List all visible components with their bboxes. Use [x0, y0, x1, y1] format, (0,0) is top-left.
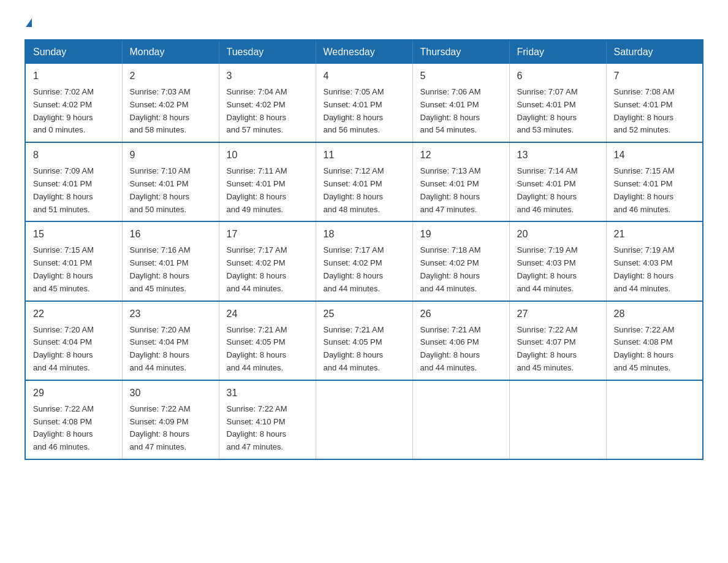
calendar-cell: 26 Sunrise: 7:21 AMSunset: 4:06 PMDaylig… [412, 301, 509, 380]
day-info: Sunrise: 7:05 AMSunset: 4:01 PMDaylight:… [324, 87, 384, 134]
day-info: Sunrise: 7:12 AMSunset: 4:01 PMDaylight:… [324, 166, 384, 213]
calendar-cell [412, 380, 509, 459]
day-number: 31 [227, 386, 308, 400]
column-header-friday: Friday [509, 40, 606, 64]
calendar-cell: 13 Sunrise: 7:14 AMSunset: 4:01 PMDaylig… [509, 142, 606, 221]
column-header-tuesday: Tuesday [219, 40, 316, 64]
column-header-thursday: Thursday [412, 40, 509, 64]
calendar-table: SundayMondayTuesdayWednesdayThursdayFrid… [25, 39, 703, 460]
day-info: Sunrise: 7:19 AMSunset: 4:03 PMDaylight:… [517, 245, 578, 293]
logo [25, 18, 32, 27]
day-info: Sunrise: 7:21 AMSunset: 4:05 PMDaylight:… [324, 325, 384, 372]
calendar-cell: 1 Sunrise: 7:02 AMSunset: 4:02 PMDayligh… [25, 64, 122, 142]
day-info: Sunrise: 7:10 AMSunset: 4:01 PMDaylight:… [130, 166, 191, 213]
calendar-cell: 11 Sunrise: 7:12 AMSunset: 4:01 PMDaylig… [316, 142, 412, 221]
calendar-cell: 2 Sunrise: 7:03 AMSunset: 4:02 PMDayligh… [122, 64, 219, 142]
calendar-cell: 16 Sunrise: 7:16 AMSunset: 4:01 PMDaylig… [122, 221, 219, 301]
day-info: Sunrise: 7:04 AMSunset: 4:02 PMDaylight:… [227, 87, 287, 134]
calendar-cell [606, 380, 703, 459]
day-number: 15 [33, 227, 115, 242]
day-info: Sunrise: 7:14 AMSunset: 4:01 PMDaylight:… [517, 166, 578, 213]
calendar-cell: 12 Sunrise: 7:13 AMSunset: 4:01 PMDaylig… [412, 142, 509, 221]
calendar-cell: 30 Sunrise: 7:22 AMSunset: 4:09 PMDaylig… [122, 380, 219, 459]
calendar-cell [509, 380, 606, 459]
calendar-cell: 22 Sunrise: 7:20 AMSunset: 4:04 PMDaylig… [25, 301, 122, 380]
day-number: 13 [517, 148, 599, 163]
day-info: Sunrise: 7:16 AMSunset: 4:01 PMDaylight:… [130, 245, 191, 293]
day-number: 23 [130, 307, 211, 321]
day-info: Sunrise: 7:22 AMSunset: 4:09 PMDaylight:… [130, 404, 191, 451]
calendar-cell: 29 Sunrise: 7:22 AMSunset: 4:08 PMDaylig… [25, 380, 122, 459]
day-number: 12 [420, 148, 502, 163]
column-header-sunday: Sunday [25, 40, 122, 64]
day-number: 5 [420, 69, 502, 83]
calendar-week-row: 15 Sunrise: 7:15 AMSunset: 4:01 PMDaylig… [25, 221, 703, 301]
day-number: 14 [614, 148, 696, 163]
calendar-cell: 24 Sunrise: 7:21 AMSunset: 4:05 PMDaylig… [219, 301, 316, 380]
calendar-cell: 25 Sunrise: 7:21 AMSunset: 4:05 PMDaylig… [316, 301, 412, 380]
day-info: Sunrise: 7:19 AMSunset: 4:03 PMDaylight:… [614, 245, 675, 293]
calendar-cell: 27 Sunrise: 7:22 AMSunset: 4:07 PMDaylig… [509, 301, 606, 380]
page-header [25, 18, 703, 27]
day-number: 30 [130, 386, 211, 400]
calendar-cell: 18 Sunrise: 7:17 AMSunset: 4:02 PMDaylig… [316, 221, 412, 301]
calendar-cell [316, 380, 412, 459]
day-number: 28 [614, 307, 696, 321]
calendar-cell: 23 Sunrise: 7:20 AMSunset: 4:04 PMDaylig… [122, 301, 219, 380]
day-number: 8 [33, 148, 115, 163]
day-info: Sunrise: 7:22 AMSunset: 4:07 PMDaylight:… [517, 325, 578, 372]
column-header-monday: Monday [122, 40, 219, 64]
calendar-week-row: 22 Sunrise: 7:20 AMSunset: 4:04 PMDaylig… [25, 301, 703, 380]
day-info: Sunrise: 7:15 AMSunset: 4:01 PMDaylight:… [614, 166, 675, 213]
day-info: Sunrise: 7:18 AMSunset: 4:02 PMDaylight:… [420, 245, 481, 293]
calendar-cell: 19 Sunrise: 7:18 AMSunset: 4:02 PMDaylig… [412, 221, 509, 301]
day-info: Sunrise: 7:17 AMSunset: 4:02 PMDaylight:… [227, 245, 287, 293]
calendar-cell: 6 Sunrise: 7:07 AMSunset: 4:01 PMDayligh… [509, 64, 606, 142]
logo-triangle-icon [26, 18, 32, 27]
day-number: 7 [614, 69, 696, 83]
day-number: 24 [227, 307, 308, 321]
day-number: 25 [324, 307, 405, 321]
day-number: 10 [227, 148, 308, 163]
day-info: Sunrise: 7:07 AMSunset: 4:01 PMDaylight:… [517, 87, 578, 134]
day-number: 29 [33, 386, 115, 400]
day-number: 11 [324, 148, 405, 163]
day-number: 1 [33, 69, 115, 83]
day-info: Sunrise: 7:21 AMSunset: 4:05 PMDaylight:… [227, 325, 287, 372]
day-info: Sunrise: 7:13 AMSunset: 4:01 PMDaylight:… [420, 166, 481, 213]
day-number: 6 [517, 69, 599, 83]
day-info: Sunrise: 7:03 AMSunset: 4:02 PMDaylight:… [130, 87, 191, 134]
day-number: 20 [517, 227, 599, 242]
calendar-cell: 4 Sunrise: 7:05 AMSunset: 4:01 PMDayligh… [316, 64, 412, 142]
calendar-header-row: SundayMondayTuesdayWednesdayThursdayFrid… [25, 40, 703, 64]
day-info: Sunrise: 7:09 AMSunset: 4:01 PMDaylight:… [33, 166, 94, 213]
calendar-cell: 7 Sunrise: 7:08 AMSunset: 4:01 PMDayligh… [606, 64, 703, 142]
day-info: Sunrise: 7:15 AMSunset: 4:01 PMDaylight:… [33, 245, 94, 293]
day-number: 4 [324, 69, 405, 83]
day-number: 3 [227, 69, 308, 83]
day-info: Sunrise: 7:08 AMSunset: 4:01 PMDaylight:… [614, 87, 675, 134]
column-header-wednesday: Wednesday [316, 40, 412, 64]
day-info: Sunrise: 7:02 AMSunset: 4:02 PMDaylight:… [33, 87, 94, 134]
day-number: 2 [130, 69, 211, 83]
calendar-week-row: 8 Sunrise: 7:09 AMSunset: 4:01 PMDayligh… [25, 142, 703, 221]
day-info: Sunrise: 7:11 AMSunset: 4:01 PMDaylight:… [227, 166, 287, 213]
calendar-week-row: 1 Sunrise: 7:02 AMSunset: 4:02 PMDayligh… [25, 64, 703, 142]
day-info: Sunrise: 7:22 AMSunset: 4:08 PMDaylight:… [614, 325, 675, 372]
day-number: 16 [130, 227, 211, 242]
calendar-cell: 10 Sunrise: 7:11 AMSunset: 4:01 PMDaylig… [219, 142, 316, 221]
day-info: Sunrise: 7:06 AMSunset: 4:01 PMDaylight:… [420, 87, 481, 134]
calendar-cell: 15 Sunrise: 7:15 AMSunset: 4:01 PMDaylig… [25, 221, 122, 301]
calendar-week-row: 29 Sunrise: 7:22 AMSunset: 4:08 PMDaylig… [25, 380, 703, 459]
day-number: 22 [33, 307, 115, 321]
day-number: 9 [130, 148, 211, 163]
calendar-cell: 9 Sunrise: 7:10 AMSunset: 4:01 PMDayligh… [122, 142, 219, 221]
day-info: Sunrise: 7:21 AMSunset: 4:06 PMDaylight:… [420, 325, 481, 372]
day-number: 21 [614, 227, 696, 242]
day-number: 27 [517, 307, 599, 321]
calendar-cell: 21 Sunrise: 7:19 AMSunset: 4:03 PMDaylig… [606, 221, 703, 301]
calendar-cell: 8 Sunrise: 7:09 AMSunset: 4:01 PMDayligh… [25, 142, 122, 221]
day-info: Sunrise: 7:22 AMSunset: 4:08 PMDaylight:… [33, 404, 94, 451]
calendar-cell: 14 Sunrise: 7:15 AMSunset: 4:01 PMDaylig… [606, 142, 703, 221]
day-number: 26 [420, 307, 502, 321]
